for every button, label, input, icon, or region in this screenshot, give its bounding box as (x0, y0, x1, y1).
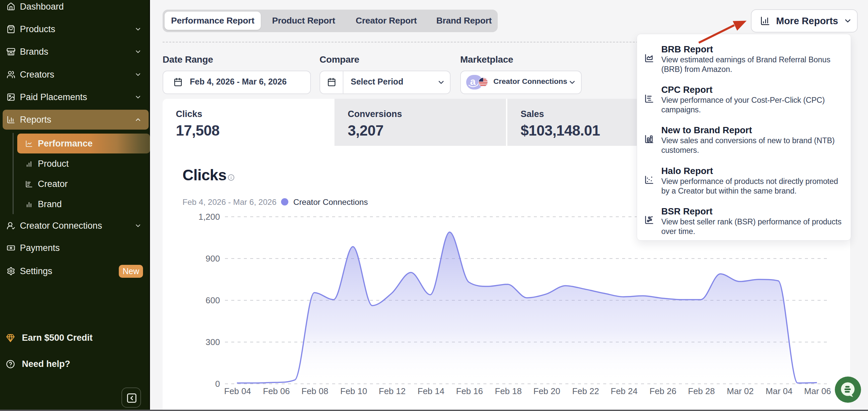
svg-text:900: 900 (206, 253, 220, 264)
svg-text:0: 0 (215, 379, 220, 389)
svg-text:Feb 24: Feb 24 (611, 386, 638, 396)
svg-text:a: a (470, 76, 476, 87)
svg-text:Feb 18: Feb 18 (495, 386, 522, 396)
svg-text:Feb 22: Feb 22 (572, 386, 599, 396)
svg-text:Feb 08: Feb 08 (302, 386, 329, 396)
svg-text:Mar 04: Mar 04 (766, 386, 793, 396)
svg-text:Feb 16: Feb 16 (456, 386, 483, 396)
svg-text:Feb 20: Feb 20 (533, 386, 560, 396)
svg-text:1,200: 1,200 (198, 212, 220, 222)
svg-text:600: 600 (206, 295, 220, 305)
svg-text:300: 300 (206, 337, 220, 347)
svg-text:Feb 26: Feb 26 (650, 386, 677, 396)
svg-text:Mar 02: Mar 02 (727, 386, 754, 396)
svg-text:Feb 28: Feb 28 (688, 386, 715, 396)
svg-text:Feb 10: Feb 10 (340, 386, 367, 396)
svg-text:Feb 12: Feb 12 (379, 386, 406, 396)
svg-text:Feb 04: Feb 04 (224, 386, 251, 396)
svg-text:Mar 06: Mar 06 (804, 386, 831, 396)
svg-text:Feb 14: Feb 14 (418, 386, 445, 396)
svg-text:Feb 06: Feb 06 (263, 386, 290, 396)
